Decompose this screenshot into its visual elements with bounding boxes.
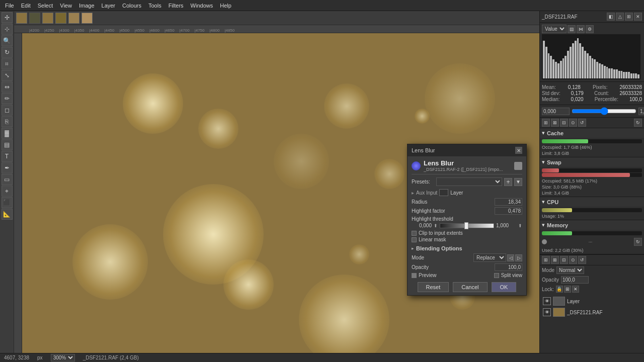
menu-select[interactable]: Select	[35, 2, 56, 10]
cancel-button[interactable]: Cancel	[453, 282, 487, 292]
threshold-slider[interactable]	[440, 223, 494, 228]
cache-header[interactable]: ▾ Cache	[540, 128, 644, 138]
cpu-header[interactable]: ▾ CPU	[540, 197, 644, 207]
preview-checkbox[interactable]	[412, 273, 417, 278]
menu-layer[interactable]: Layer	[99, 2, 119, 10]
tool-text[interactable]: T	[2, 151, 13, 162]
layers-tb-1[interactable]: ⊞	[542, 256, 550, 264]
panel-btn-3[interactable]: ⊞	[625, 13, 633, 21]
tool-fill[interactable]: ▓	[2, 128, 13, 139]
tool-gradient[interactable]: ▤	[2, 139, 13, 150]
layer-visibility-1[interactable]: 👁	[543, 297, 551, 305]
lock-icon-3[interactable]: ✕	[572, 286, 579, 293]
layer-item-1[interactable]: 👁 Layer	[542, 296, 642, 307]
layers-tb-2[interactable]: ⊠	[551, 256, 559, 264]
options-img-5[interactable]	[68, 13, 79, 24]
options-img-4[interactable]	[55, 13, 66, 24]
tool-color-pick[interactable]: ⬛	[2, 197, 13, 208]
tool-select-rect[interactable]: ▭	[2, 174, 13, 185]
menu-edit[interactable]: Edit	[18, 2, 34, 10]
menu-colours[interactable]: Colours	[119, 2, 144, 10]
tool-move[interactable]: ⊹	[2, 24, 13, 35]
layer-opacity-input[interactable]	[561, 276, 589, 284]
ok-button[interactable]: OK	[492, 282, 517, 292]
tool-transform[interactable]: ⤡	[2, 70, 13, 81]
tool-clone[interactable]: ⎘	[2, 116, 13, 127]
lock-icon-2[interactable]: ⊞	[564, 286, 571, 293]
tool-paint[interactable]: ✏	[2, 93, 13, 104]
presets-label: Presets:	[412, 179, 434, 185]
tool-pointer[interactable]: ✢	[2, 12, 13, 23]
highlight-factor-input[interactable]	[495, 207, 522, 215]
panel-icon-4[interactable]: ⊙	[569, 119, 577, 127]
swap-header[interactable]: ▾ Swap	[540, 157, 644, 167]
panel-icon-refresh[interactable]: ↻	[634, 119, 642, 127]
split-view-checkbox[interactable]	[494, 273, 499, 278]
layers-tb-3[interactable]: ⊟	[560, 256, 568, 264]
presets-select[interactable]	[436, 177, 502, 186]
menu-view[interactable]: View	[57, 2, 75, 10]
dialog-close-button[interactable]: ✕	[515, 147, 522, 154]
panel-icon-1[interactable]: ⊞	[542, 119, 550, 127]
options-img-1[interactable]	[16, 13, 27, 24]
blend-mode-select[interactable]: Replace	[473, 253, 506, 262]
options-img-2[interactable]	[29, 13, 40, 24]
range-max-input[interactable]	[638, 108, 644, 115]
tool-rotate[interactable]: ↻	[2, 47, 13, 58]
hist-settings-btn[interactable]: ⚙	[586, 25, 594, 33]
tool-flip[interactable]: ⇔	[2, 81, 13, 93]
menu-file[interactable]: File	[2, 2, 17, 10]
linear-mask-checkbox[interactable]	[412, 237, 417, 242]
threshold-thumb[interactable]	[464, 222, 468, 229]
panel-icon-2[interactable]: ⊠	[551, 119, 559, 127]
layers-tb-4[interactable]: ⊙	[569, 256, 577, 264]
linear-mask-label: Linear mask	[419, 237, 446, 242]
layer-mode-select[interactable]: Normal	[556, 266, 584, 274]
lock-icon-1[interactable]: 🔒	[556, 286, 563, 293]
panel-btn-1[interactable]: ◧	[607, 13, 615, 21]
tool-measure[interactable]: 📐	[2, 209, 13, 220]
dialog-titlebar[interactable]: Lens Blur ✕	[408, 144, 526, 156]
tool-select-free[interactable]: ⌖	[2, 186, 13, 197]
dialog-body: Lens Blur _DSF2121.RAF-2 ([_DSF2121] (im…	[408, 156, 526, 295]
radius-input[interactable]	[495, 198, 522, 206]
menu-image[interactable]: Image	[76, 2, 98, 10]
options-img-3[interactable]	[42, 13, 53, 24]
tool-path[interactable]: ✒	[2, 162, 13, 173]
threshold-spin-left[interactable]: ⬆	[434, 223, 438, 228]
menu-help[interactable]: Help	[217, 2, 234, 10]
memory-refresh-btn[interactable]: ↻	[634, 238, 642, 246]
threshold-spin-right[interactable]: ⬆	[518, 223, 522, 228]
layers-tb-5[interactable]: ↺	[578, 256, 586, 264]
layer-visibility-2[interactable]: 👁	[543, 308, 551, 316]
options-img-6[interactable]	[82, 13, 93, 24]
panel-icon-5[interactable]: ↺	[578, 119, 586, 127]
plugin-settings-button[interactable]	[514, 162, 522, 170]
panel-btn-4[interactable]: ✕	[634, 13, 642, 21]
value-select[interactable]: Value	[542, 25, 567, 33]
reset-button[interactable]: Reset	[418, 282, 449, 292]
hist-log-btn[interactable]: ⋈	[577, 25, 585, 33]
memory-dot[interactable]	[542, 239, 547, 244]
panel-btn-2[interactable]: △	[616, 13, 624, 21]
panel-icon-3[interactable]: ⊟	[560, 119, 568, 127]
blend-opacity-input[interactable]	[495, 263, 522, 271]
tool-crop[interactable]: ⌗	[2, 58, 13, 69]
range-slider[interactable]	[572, 107, 636, 115]
menu-windows[interactable]: Windows	[188, 2, 216, 10]
tool-zoom[interactable]: 🔍	[2, 35, 13, 46]
memory-header[interactable]: ▾ Memory	[540, 220, 644, 230]
presets-add-button[interactable]: +	[504, 178, 512, 186]
blend-mode-icon1[interactable]: ◁	[507, 254, 514, 261]
tool-eraser[interactable]: ◻	[2, 105, 13, 116]
hist-linear-btn[interactable]: ▤	[568, 25, 576, 33]
range-min-input[interactable]	[542, 108, 570, 115]
presets-menu-button[interactable]: ▼	[514, 178, 522, 186]
status-zoom-select[interactable]: 300%	[51, 354, 75, 361]
blend-mode-icon2[interactable]: ▷	[515, 254, 522, 261]
histogram-controls: Value ▤ ⋈ ⚙	[542, 25, 642, 33]
clip-checkbox[interactable]	[412, 231, 417, 236]
layer-item-2[interactable]: 👁 _DSF2121.RAF	[542, 307, 642, 318]
menu-filters[interactable]: Filters	[166, 2, 187, 10]
menu-tools[interactable]: Tools	[145, 2, 165, 10]
